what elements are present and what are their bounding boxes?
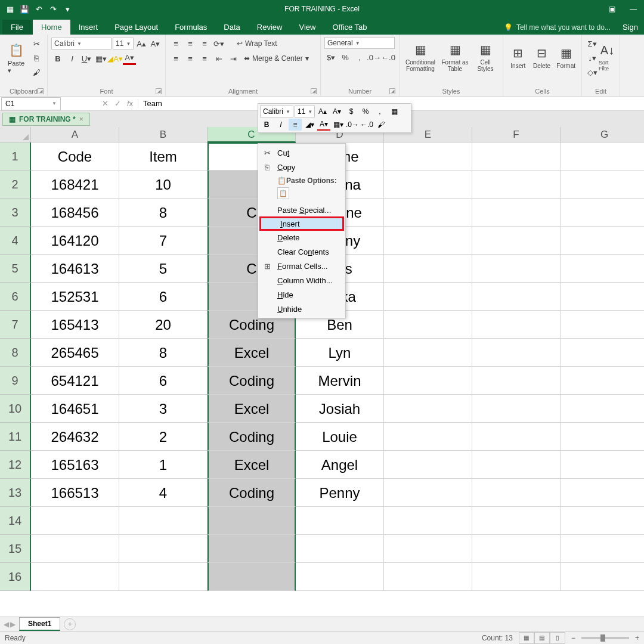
cell[interactable] [561,199,644,227]
cancel-formula-icon[interactable]: ✕ [102,99,109,108]
paste-option-icon[interactable]: 📋 [277,187,289,199]
cell[interactable] [384,171,472,199]
align-left-icon[interactable]: ≡ [169,52,182,65]
cell[interactable]: 20 [119,311,208,339]
row-header[interactable]: 7 [0,311,31,339]
save-icon[interactable]: 💾 [19,4,30,14]
cell[interactable]: Excel [208,395,296,423]
copy-button[interactable]: ⎘ [30,51,43,64]
format-cells-button[interactable]: ▦Format [554,37,578,76]
minimize-icon[interactable]: — [623,0,644,18]
mini-percent-icon[interactable]: % [359,106,372,117]
workbook-tab[interactable]: ▦ FOR TRAINING * × [2,113,90,126]
cell[interactable] [384,255,472,283]
tab-view[interactable]: View [290,20,324,35]
merge-center-button[interactable]: ⬌Merge & Center▾ [241,52,312,65]
cell[interactable]: 5 [119,255,208,283]
qat-dropdown-icon[interactable]: ▾ [62,4,73,14]
restore-icon[interactable]: ▣ [601,0,623,18]
currency-icon[interactable]: $▾ [324,51,338,64]
font-size-combo[interactable]: 11▼ [113,38,134,49]
cell[interactable] [472,339,561,367]
cell[interactable] [119,535,208,563]
cell[interactable] [384,451,472,479]
mini-decrease-font-icon[interactable]: A▾ [330,106,343,117]
row-header[interactable]: 4 [0,227,31,255]
cell[interactable] [384,199,472,227]
tab-page-layout[interactable]: Page Layout [106,20,166,35]
cell[interactable] [384,563,472,591]
tab-data[interactable]: Data [215,20,248,35]
cell[interactable] [561,311,644,339]
ctx-paste-special[interactable]: Paste Special... [258,203,345,217]
autosum-icon[interactable]: Σ▾ [586,37,599,50]
mini-font-color-icon[interactable]: A▾ [317,119,330,131]
ctx-cut[interactable]: ✂Cut [258,145,345,160]
zoom-in-icon[interactable]: + [635,634,639,642]
clipboard-dialog-icon[interactable]: ◢ [38,88,44,94]
cell[interactable] [561,479,644,507]
mini-bold-icon[interactable]: B [260,119,273,131]
file-tab[interactable]: File [2,20,32,35]
cell[interactable] [561,339,644,367]
cell[interactable] [472,479,561,507]
cell[interactable] [208,535,296,563]
cell[interactable] [296,563,384,591]
ctx-clear-contents[interactable]: Clear Contents [258,244,345,259]
row-header[interactable]: 11 [0,423,31,451]
mini-border2-icon[interactable]: ▦▾ [332,119,345,131]
cell[interactable] [384,143,472,171]
cell[interactable]: 164651 [31,395,119,423]
cell[interactable]: 165163 [31,451,119,479]
new-sheet-button[interactable]: + [64,618,76,630]
row-header[interactable]: 6 [0,283,31,311]
name-box[interactable]: C1▼ [1,97,61,110]
cell[interactable]: 3 [119,395,208,423]
cell[interactable]: Penny [296,479,384,507]
cell[interactable] [208,563,296,591]
cell[interactable] [472,311,561,339]
cell[interactable] [472,563,561,591]
row-header[interactable]: 2 [0,171,31,199]
decrease-font-icon[interactable]: A▾ [149,37,162,50]
cell[interactable]: 164613 [31,255,119,283]
undo-icon[interactable]: ↶ [33,4,44,14]
clear-icon[interactable]: ◇▾ [586,66,599,79]
mini-border-icon[interactable]: ▦ [388,106,401,117]
mini-comma-icon[interactable]: , [373,106,386,117]
fill-color-button[interactable]: ◢A▾ [109,52,122,65]
cell[interactable]: 6 [119,367,208,395]
cell[interactable] [31,563,119,591]
row-header[interactable]: 16 [0,563,31,591]
cell[interactable] [384,339,472,367]
sheet-tab[interactable]: Sheet1 [19,617,60,631]
insert-cells-button[interactable]: ⊞Insert [507,37,530,76]
cell[interactable]: Lyn [296,339,384,367]
mini-italic-icon[interactable]: I [274,119,287,131]
paste-button[interactable]: 📋 Paste▾ [4,38,29,78]
tab-review[interactable]: Review [249,20,291,35]
mini-dec-dec-icon[interactable]: ←.0 [360,119,373,131]
cell[interactable]: 7 [119,227,208,255]
cell[interactable] [561,227,644,255]
decrease-decimal-icon[interactable]: ←.0 [382,51,395,64]
cell[interactable]: Coding [208,367,296,395]
row-header[interactable]: 12 [0,451,31,479]
cell[interactable] [296,535,384,563]
ctx-unhide[interactable]: Unhide [258,302,345,316]
cell[interactable] [208,507,296,535]
increase-font-icon[interactable]: A▴ [135,37,147,50]
cell[interactable] [561,395,644,423]
row-header[interactable]: 8 [0,339,31,367]
ctx-hide[interactable]: Hide [258,287,345,302]
underline-button[interactable]: U▾ [80,52,93,65]
delete-cells-button[interactable]: ⊟Delete [531,37,553,76]
conditional-formatting-button[interactable]: ▦Conditional Formatting [403,37,438,76]
cell[interactable] [472,255,561,283]
ctx-insert[interactable]: Insert [259,216,344,231]
column-header-B[interactable]: B [119,127,208,143]
cell[interactable]: 168421 [31,171,119,199]
cell[interactable]: 152531 [31,283,119,311]
cell[interactable]: Coding [208,479,296,507]
align-middle-icon[interactable]: ≡ [184,37,197,50]
